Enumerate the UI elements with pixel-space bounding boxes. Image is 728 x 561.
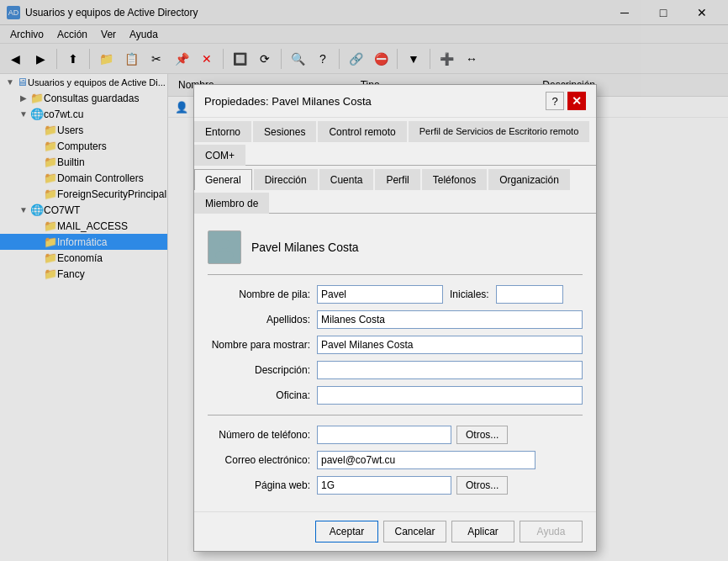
input-webpage[interactable] — [317, 476, 451, 495]
tab-com[interactable]: COM+ — [194, 145, 245, 166]
dialog-title-controls: ? ✕ — [546, 92, 586, 110]
otros-phone-button[interactable]: Otros... — [456, 426, 508, 444]
input-displayname[interactable] — [317, 336, 583, 354]
dialog-close-button[interactable]: ✕ — [567, 92, 586, 110]
user-profile-header: Pavel Milanes Costa — [208, 224, 583, 275]
label-office: Oficina: — [208, 389, 317, 401]
properties-dialog: Propiedades: Pavel Milanes Costa ? ✕ Ent… — [193, 84, 597, 552]
form-row-office: Oficina: — [208, 386, 583, 405]
tab-perfil[interactable]: Perfil — [375, 169, 419, 190]
input-initials[interactable] — [496, 285, 563, 304]
tab-perfil-servicios[interactable]: Perfil de Servicios de Escritorio remoto — [409, 121, 590, 142]
form-row-email: Correo electrónico: — [208, 451, 583, 469]
label-lastname: Apellidos: — [208, 314, 317, 325]
tab-miembro-de[interactable]: Miembro de — [194, 193, 269, 214]
tab-sesiones[interactable]: Sesiones — [253, 121, 316, 142]
tab-control-remoto[interactable]: Control remoto — [318, 121, 406, 142]
input-phone[interactable] — [317, 426, 451, 444]
dialog-buttons: Aceptar Cancelar Aplicar Ayuda — [194, 511, 596, 551]
dialog-help-button[interactable]: ? — [546, 92, 564, 110]
cancel-button[interactable]: Cancelar — [383, 521, 446, 542]
dialog-help-btn-bottom[interactable]: Ayuda — [520, 521, 583, 542]
tab-direccion[interactable]: Dirección — [254, 169, 318, 190]
dialog-title: Propiedades: Pavel Milanes Costa — [204, 95, 372, 108]
input-lastname[interactable] — [317, 310, 583, 329]
dialog-general-content: Pavel Milanes Costa Nombre de pila: Inic… — [194, 214, 596, 511]
form-row-phone: Número de teléfono: Otros... — [208, 426, 583, 444]
label-phone: Número de teléfono: — [208, 429, 317, 441]
tab-telefonos[interactable]: Teléfonos — [422, 169, 487, 190]
apply-button[interactable]: Aplicar — [451, 521, 514, 542]
svg-point-0 — [219, 239, 229, 249]
input-description[interactable] — [317, 361, 583, 379]
tab-strip-row1: Entorno Sesiones Control remoto Perfil d… — [194, 118, 596, 166]
modal-overlay: Propiedades: Pavel Milanes Costa ? ✕ Ent… — [0, 0, 728, 561]
form-row-lastname: Apellidos: — [208, 310, 583, 329]
user-avatar — [208, 230, 241, 264]
form-row-webpage: Página web: Otros... — [208, 476, 583, 495]
label-firstname: Nombre de pila: — [208, 288, 317, 300]
user-full-name-display: Pavel Milanes Costa — [251, 241, 359, 254]
dialog-title-bar: Propiedades: Pavel Milanes Costa ? ✕ — [194, 85, 596, 118]
input-email[interactable] — [317, 451, 535, 469]
label-description: Descripción: — [208, 364, 317, 376]
input-office[interactable] — [317, 386, 583, 405]
tab-general[interactable]: General — [194, 169, 252, 190]
form-row-description: Descripción: — [208, 361, 583, 379]
label-displayname: Nombre para mostrar: — [208, 339, 317, 351]
input-firstname[interactable] — [317, 285, 443, 304]
form-row-displayname: Nombre para mostrar: — [208, 336, 583, 354]
label-email: Correo electrónico: — [208, 454, 317, 466]
form-row-firstname: Nombre de pila: Iniciales: — [208, 285, 583, 304]
label-initials: Iniciales: — [450, 288, 489, 300]
form-separator — [208, 415, 583, 415]
tab-organizacion[interactable]: Organización — [488, 169, 570, 190]
svg-point-1 — [215, 251, 234, 259]
tab-entorno[interactable]: Entorno — [194, 121, 251, 142]
tab-cuenta[interactable]: Cuenta — [319, 169, 374, 190]
otros-webpage-button[interactable]: Otros... — [456, 476, 508, 495]
tab-strip-row2: General Dirección Cuenta Perfil Teléfono… — [194, 166, 596, 214]
label-webpage: Página web: — [208, 479, 317, 491]
accept-button[interactable]: Aceptar — [315, 521, 378, 542]
